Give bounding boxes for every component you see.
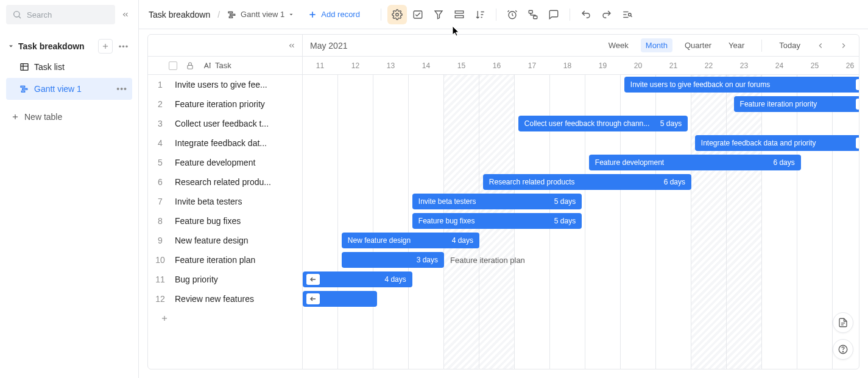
day-header: 23: [727, 57, 762, 74]
gantt-bar[interactable]: Feature development6 days: [589, 155, 801, 170]
collapse-sidebar-button[interactable]: [119, 8, 132, 21]
add-record-button[interactable]: Add record: [308, 10, 360, 19]
task-row[interactable]: 4Integrate feedback dat...: [148, 133, 302, 153]
bar-duration: 6 days: [664, 178, 685, 186]
help-button[interactable]: [833, 339, 853, 360]
activity-log-button[interactable]: [833, 312, 853, 333]
new-table-label: New table: [24, 112, 62, 122]
search-input[interactable]: Search: [6, 5, 115, 24]
bar-label: Invite beta testers: [418, 197, 549, 206]
comment-button[interactable]: [544, 5, 563, 24]
gantt-bar[interactable]: Integrate feedback data and priority: [695, 135, 859, 151]
task-name: Collect user feedback t...: [175, 119, 297, 128]
gantt-bar[interactable]: Collect user feedback through chann...5 …: [518, 116, 688, 131]
bar-duration: 6 days: [773, 158, 794, 167]
gantt-bar[interactable]: 4 days: [303, 271, 412, 287]
gantt-bar[interactable]: Invite beta testers5 days: [412, 194, 582, 209]
lock-icon: [186, 61, 194, 70]
row-number: 10: [154, 255, 166, 265]
breadcrumb-view[interactable]: Gantt view 1: [227, 10, 294, 19]
gantt-bar[interactable]: New feature design4 days: [342, 233, 479, 248]
task-row[interactable]: 3Collect user feedback t...: [148, 114, 302, 133]
plus-icon: [160, 314, 169, 323]
svg-rect-7: [21, 86, 25, 87]
day-header: 15: [444, 57, 479, 74]
document-icon: [838, 317, 849, 328]
svg-line-1: [19, 16, 21, 18]
bar-label: Feature development: [595, 158, 769, 167]
sidebar-view-label: Task list: [34, 62, 65, 72]
gantt-bar[interactable]: Invite users to give feedback on our for…: [624, 77, 859, 93]
row-number: 8: [154, 216, 166, 226]
select-all-checkbox[interactable]: [169, 61, 177, 70]
gantt-bar[interactable]: [303, 291, 377, 307]
workspace-more-button[interactable]: •••: [116, 39, 131, 54]
svg-rect-23: [529, 10, 532, 13]
group-button[interactable]: [450, 5, 469, 24]
sidebar-view-task-list[interactable]: Task list: [6, 56, 132, 78]
breadcrumb-separator: /: [217, 10, 220, 19]
workspace-toggle[interactable]: [7, 43, 15, 50]
day-header: 11: [303, 57, 338, 74]
day-header: 18: [550, 57, 585, 74]
task-row[interactable]: 10Feature iteration plan: [148, 250, 302, 270]
flow-icon: [528, 9, 538, 20]
svg-point-17: [396, 13, 399, 16]
task-row[interactable]: 6Research related produ...: [148, 172, 302, 192]
timeline-prev[interactable]: [813, 38, 828, 54]
svg-point-0: [14, 12, 19, 17]
view-more-button[interactable]: •••: [116, 84, 127, 94]
settings-button[interactable]: [387, 5, 407, 24]
row-number: 9: [154, 236, 166, 245]
gantt-bar[interactable]: Research related products6 days: [483, 174, 691, 190]
collapse-task-pane[interactable]: [148, 35, 303, 56]
redo-button[interactable]: [597, 5, 616, 24]
task-name: Feature development: [175, 158, 297, 167]
add-task-row[interactable]: [148, 309, 302, 328]
toolbar: Task breakdown / Gantt view 1 Add record: [139, 0, 868, 29]
reminder-button[interactable]: [503, 5, 522, 24]
clock-icon: [507, 9, 518, 20]
day-header: 13: [373, 57, 409, 74]
gantt-bar[interactable]: Feature iteration priority: [734, 96, 859, 112]
sort-button[interactable]: [470, 5, 490, 24]
task-name: Feature iteration priority: [175, 99, 297, 109]
zoom-quarter[interactable]: Quarter: [680, 38, 716, 52]
add-view-button[interactable]: [98, 39, 113, 54]
day-header: 25: [797, 57, 833, 74]
bar-label: Feature bug fixes: [418, 217, 549, 225]
task-row[interactable]: 2Feature iteration priority: [148, 94, 302, 114]
task-row[interactable]: 7Invite beta testers: [148, 192, 302, 211]
gantt-bar[interactable]: 3 days: [342, 252, 444, 268]
task-row[interactable]: 5Feature development: [148, 153, 302, 172]
breadcrumb-base[interactable]: Task breakdown: [149, 10, 210, 19]
task-row[interactable]: 11Bug priority: [148, 270, 302, 289]
sidebar-view-gantt[interactable]: Gantt view 1 •••: [6, 78, 132, 100]
timeline-pane[interactable]: Invite users to give feedback on our for…: [303, 75, 859, 369]
task-row[interactable]: 9New feature design: [148, 231, 302, 250]
timeline-next[interactable]: [836, 38, 852, 54]
filter-button[interactable]: [429, 5, 448, 24]
bar-external-label: Feature iteration plan: [450, 252, 525, 268]
row-number: 6: [154, 177, 166, 187]
task-name: Research related produ...: [175, 177, 297, 187]
find-record-button[interactable]: [618, 5, 637, 24]
zoom-week[interactable]: Week: [604, 38, 633, 52]
plus-icon: [101, 42, 110, 51]
zoom-month[interactable]: Month: [641, 38, 672, 52]
day-header: 24: [762, 57, 797, 74]
task-row[interactable]: 12Review new features: [148, 289, 302, 309]
new-table-button[interactable]: New table: [6, 106, 132, 128]
list-check-icon: [412, 9, 423, 20]
zoom-today[interactable]: Today: [774, 38, 805, 52]
zoom-year[interactable]: Year: [724, 38, 749, 52]
day-header: 16: [479, 57, 515, 74]
fields-button[interactable]: [408, 5, 428, 24]
undo-button[interactable]: [576, 5, 596, 24]
day-header: 22: [691, 57, 727, 74]
text-icon: [203, 61, 211, 70]
task-row[interactable]: 8Feature bug fixes: [148, 211, 302, 231]
automation-button[interactable]: [523, 5, 543, 24]
gantt-bar[interactable]: Feature bug fixes5 days: [412, 213, 582, 229]
task-row[interactable]: 1Invite users to give fee...: [148, 75, 302, 94]
